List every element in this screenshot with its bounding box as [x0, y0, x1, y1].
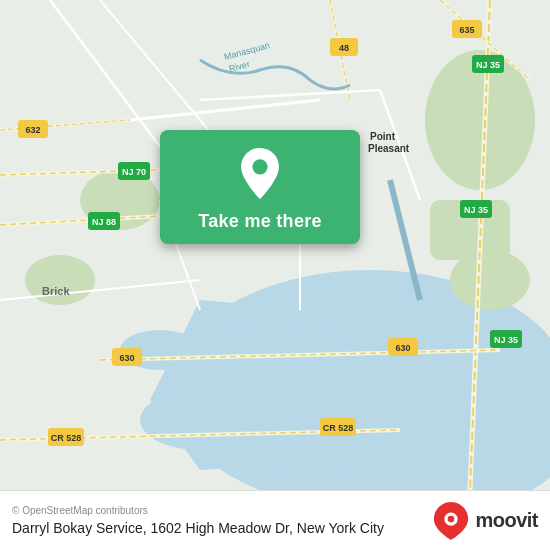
navigation-button-overlay[interactable]: Take me there — [155, 130, 365, 244]
svg-point-6 — [140, 390, 260, 450]
svg-text:48: 48 — [339, 43, 349, 53]
svg-text:Brick: Brick — [42, 285, 70, 297]
osm-link[interactable]: OpenStreetMap — [22, 505, 93, 516]
svg-text:NJ 35: NJ 35 — [494, 335, 518, 345]
info-bar: © OpenStreetMap © OpenStreetMap contribu… — [0, 490, 550, 550]
osm-icon: © — [12, 505, 19, 516]
svg-text:630: 630 — [119, 353, 134, 363]
map-container: NJ 70 NJ 88 NJ 35 NJ 35 NJ 35 48 632 635… — [0, 0, 550, 490]
moovit-logo: moovit — [433, 501, 538, 541]
moovit-pin-icon — [433, 501, 469, 541]
map-svg: NJ 70 NJ 88 NJ 35 NJ 35 NJ 35 48 632 635… — [0, 0, 550, 490]
svg-point-67 — [252, 159, 267, 174]
svg-point-12 — [450, 250, 530, 310]
location-pin-icon — [235, 146, 285, 201]
svg-text:632: 632 — [25, 125, 40, 135]
address-label: Darryl Bokay Service, 1602 High Meadow D… — [12, 520, 384, 536]
osm-credit: © OpenStreetMap © OpenStreetMap contribu… — [12, 505, 384, 516]
svg-text:Pleasant: Pleasant — [368, 143, 410, 154]
svg-text:635: 635 — [459, 25, 474, 35]
moovit-text: moovit — [475, 509, 538, 532]
svg-text:Point: Point — [370, 131, 396, 142]
svg-text:NJ 70: NJ 70 — [122, 167, 146, 177]
svg-text:NJ 35: NJ 35 — [464, 205, 488, 215]
svg-text:NJ 35: NJ 35 — [476, 60, 500, 70]
svg-text:NJ 88: NJ 88 — [92, 217, 116, 227]
svg-text:CR 528: CR 528 — [51, 433, 82, 443]
take-me-there-label: Take me there — [198, 211, 322, 232]
info-text-block: © OpenStreetMap © OpenStreetMap contribu… — [12, 505, 384, 536]
svg-text:630: 630 — [395, 343, 410, 353]
svg-point-69 — [448, 515, 455, 522]
svg-text:CR 528: CR 528 — [323, 423, 354, 433]
take-me-there-card[interactable]: Take me there — [160, 130, 360, 244]
svg-point-10 — [25, 255, 95, 305]
